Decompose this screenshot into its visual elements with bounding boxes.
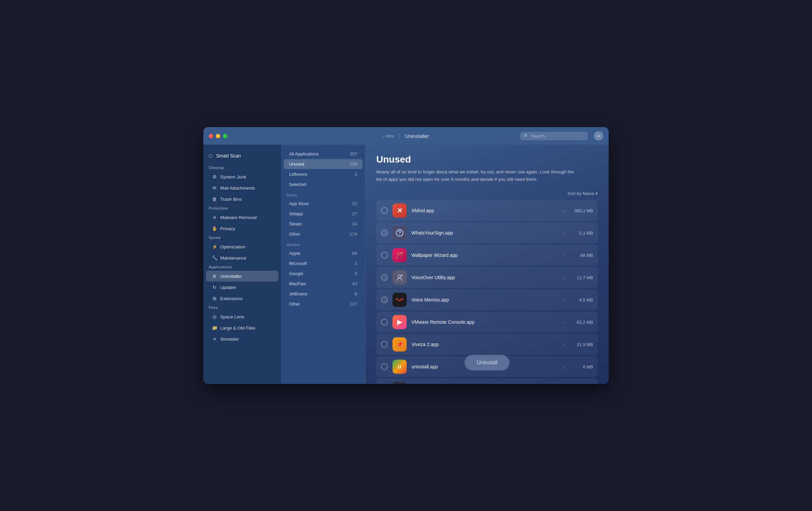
all-applications-count: 257 xyxy=(350,151,357,156)
app-size-vmware: 63,2 MB xyxy=(569,320,593,325)
app-checkbox-uninstall[interactable] xyxy=(381,363,388,370)
info-icon-voiceover: ⓘ xyxy=(381,274,388,281)
app-row[interactable]: ⓘ WhatsYourSign.app › 2,1 MB xyxy=(376,222,598,243)
privacy-label: Privacy xyxy=(220,226,235,231)
window-title: Uninstaller xyxy=(405,133,429,139)
titlebar-center: ‹ Intro | Uninstaller xyxy=(383,133,429,139)
titlebar: ‹ Intro | Uninstaller 🔍 ● xyxy=(203,127,609,145)
microsoft-label: Microsoft xyxy=(289,261,307,266)
app-row[interactable]: ✕ XMind.app › 380,1 MB xyxy=(376,200,598,221)
speed-section-label: Speed xyxy=(203,234,281,241)
maximize-button[interactable] xyxy=(223,134,227,138)
cleanup-section-label: Cleanup xyxy=(203,164,281,171)
sidebar: ⬡ Smart Scan Cleanup ⚙ System Junk ✉ Mai… xyxy=(203,145,281,384)
app-row[interactable]: ⓘ Voice Memos.app › 4,5 MB xyxy=(376,289,598,310)
avatar-button[interactable]: ● xyxy=(594,131,603,141)
filter-microsoft[interactable]: Microsoft 2 xyxy=(284,259,362,268)
app-checkbox-viveza[interactable] xyxy=(381,341,388,348)
large-files-icon: 📁 xyxy=(211,325,218,331)
filter-setapp[interactable]: Setapp 27 xyxy=(284,209,362,219)
sidebar-item-smart-scan[interactable]: ⬡ Smart Scan xyxy=(203,150,281,162)
google-label: Google xyxy=(289,271,303,276)
system-junk-label: System Junk xyxy=(220,174,246,179)
all-applications-label: All Applications xyxy=(289,151,319,156)
app-checkbox-xmind[interactable] xyxy=(381,207,388,214)
sidebar-item-maintenance[interactable]: 🔧 Maintenance xyxy=(206,252,278,263)
app-size-whatsyoursign: 2,1 MB xyxy=(569,230,593,236)
avatar-icon: ● xyxy=(597,133,600,138)
filter-app-store[interactable]: App Store 22 xyxy=(284,199,362,209)
close-button[interactable] xyxy=(209,134,213,138)
shredder-icon: ≡ xyxy=(211,336,218,342)
sidebar-item-uninstaller[interactable]: ⊗ Uninstaller xyxy=(206,271,278,282)
files-section-label: Files xyxy=(203,304,281,311)
macpaw-count: 43 xyxy=(352,281,357,286)
sidebar-item-large-old-files[interactable]: 📁 Large & Old Files xyxy=(206,322,278,333)
filter-other-stores[interactable]: Other 174 xyxy=(284,229,362,239)
sort-button[interactable]: Sort by Name ▾ xyxy=(567,191,598,196)
filter-apple[interactable]: Apple 64 xyxy=(284,248,362,258)
sidebar-item-malware-removal[interactable]: ☣ Malware Removal xyxy=(206,212,278,223)
steam-count: 34 xyxy=(352,221,357,226)
info-icon-whatsyoursign: ⓘ xyxy=(381,229,388,236)
sidebar-item-space-lens[interactable]: ◎ Space Lens xyxy=(206,311,278,322)
app-row[interactable]: ⓘ VoiceOver Utility.app › 11,7 MB xyxy=(376,267,598,288)
minimize-button[interactable] xyxy=(216,134,220,138)
updater-label: Updater xyxy=(220,285,236,290)
stores-label: Stores xyxy=(281,190,365,198)
app-checkbox-vmware[interactable] xyxy=(381,319,388,325)
mail-icon: ✉ xyxy=(211,185,218,191)
app-store-count: 22 xyxy=(352,201,357,206)
sidebar-item-mail-attachments[interactable]: ✉ Mail Attachments xyxy=(206,182,278,193)
app-size-wallpaper: 68 MB xyxy=(569,253,593,258)
app-size-voiceover: 11,7 MB xyxy=(569,275,593,280)
mail-attachments-label: Mail Attachments xyxy=(220,186,255,191)
chevron-icon-uninstall: › xyxy=(563,364,565,369)
apple-label: Apple xyxy=(289,251,300,256)
separator: | xyxy=(399,133,400,139)
app-row[interactable]: 📌 Viveza 2.app › 31,9 MB xyxy=(376,334,598,355)
sidebar-item-updater[interactable]: ↻ Updater xyxy=(206,282,278,293)
app-icon-whatsyoursign xyxy=(392,226,407,240)
app-checkbox-wallpaper[interactable] xyxy=(381,252,388,259)
filter-unused[interactable]: Unused 128 xyxy=(284,159,362,169)
page-title: Unused xyxy=(376,154,598,165)
filter-all-applications[interactable]: All Applications 257 xyxy=(284,149,362,159)
sidebar-item-privacy[interactable]: ✋ Privacy xyxy=(206,223,278,234)
chevron-icon-voiceover: › xyxy=(563,275,565,280)
app-row[interactable]: 🪄 Wallpaper Wizard.app › 68 MB xyxy=(376,245,598,266)
chevron-icon-viveza: › xyxy=(563,342,565,347)
chevron-icon-voicememos: › xyxy=(563,297,565,302)
other-stores-label: Other xyxy=(289,232,300,237)
filter-selected[interactable]: Selected xyxy=(284,179,362,189)
svg-point-1 xyxy=(399,235,400,235)
app-row[interactable]: Uni____MX 2.app › 13,5 MB xyxy=(376,379,598,384)
protection-section-label: Protection xyxy=(203,205,281,212)
leftovers-count: 2 xyxy=(355,172,357,177)
filter-steam[interactable]: Steam 34 xyxy=(284,219,362,229)
filter-google[interactable]: Google 3 xyxy=(284,269,362,278)
back-chevron-icon: ‹ xyxy=(383,133,384,139)
uninstall-button[interactable]: Uninstall xyxy=(464,355,509,370)
jetbrains-count: 8 xyxy=(355,291,357,296)
sidebar-item-extensions[interactable]: ⊞ Extensions xyxy=(206,293,278,304)
trash-icon: 🗑 xyxy=(211,196,218,202)
sidebar-item-optimization[interactable]: ⚡ Optimization xyxy=(206,241,278,252)
sidebar-item-shredder[interactable]: ≡ Shredder xyxy=(206,334,278,344)
app-row[interactable]: ▶ VMware Remote Console.app › 63,2 MB xyxy=(376,312,598,333)
chevron-icon-whatsyoursign: › xyxy=(563,230,565,236)
other-stores-count: 174 xyxy=(350,232,357,237)
filter-macpaw[interactable]: MacPaw 43 xyxy=(284,279,362,289)
sidebar-item-system-junk[interactable]: ⚙ System Junk xyxy=(206,171,278,182)
filter-leftovers[interactable]: Leftovers 2 xyxy=(284,169,362,179)
search-bar: 🔍 xyxy=(520,132,588,140)
sidebar-item-trash-bins[interactable]: 🗑 Trash Bins xyxy=(206,194,278,204)
filter-jetbrains[interactable]: JetBrains 8 xyxy=(284,289,362,299)
search-input[interactable] xyxy=(531,133,584,139)
app-name-voiceover: VoiceOver Utility.app xyxy=(411,275,559,280)
selected-label: Selected xyxy=(289,182,306,187)
back-button[interactable]: ‹ Intro xyxy=(383,133,394,139)
content-area: ⬡ Smart Scan Cleanup ⚙ System Junk ✉ Mai… xyxy=(203,145,609,384)
main-content: Unused Nearly all of us tend to forget a… xyxy=(365,145,609,384)
filter-other-vendors[interactable]: Other 137 xyxy=(284,299,362,309)
